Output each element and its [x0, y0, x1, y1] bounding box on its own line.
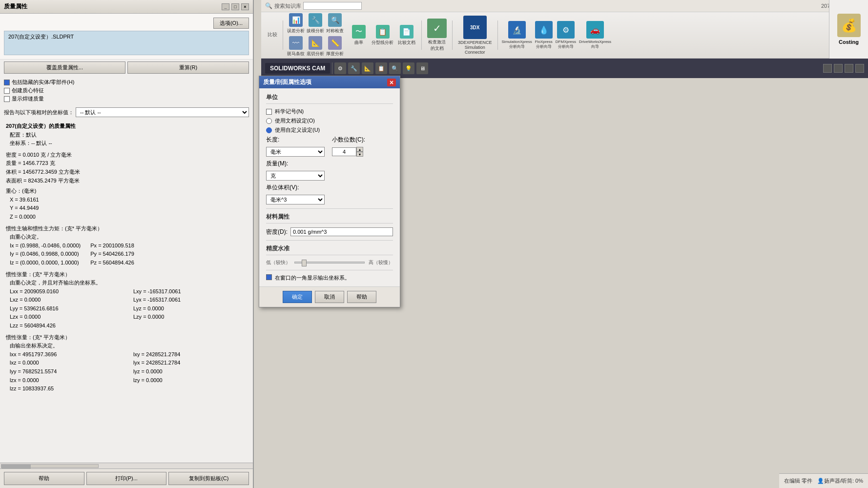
px: Px = 2001009.518 Py = 5404266.179 Pz = 5…: [90, 242, 134, 267]
dialog-close-btn[interactable]: ×: [387, 79, 396, 86]
cam-btn-1[interactable]: ⚙: [334, 62, 346, 74]
checkbox-hidden-row: 包括隐藏的实体/零部件(H): [4, 79, 249, 86]
length-select[interactable]: 毫米 米 英寸: [266, 147, 325, 157]
checkbox-weld[interactable]: [4, 96, 10, 102]
ix: Ix = (0.9988, -0.0486, 0.0000) Iy = (0.0…: [10, 242, 81, 267]
mass-content: 207(自定义设变）的质量属性 配置：默认 坐标系：-- 默认 -- 密度 = …: [0, 119, 253, 463]
content-title: 207(自定义设变）的质量属性: [6, 122, 247, 131]
precision-slider-thumb[interactable]: [302, 260, 307, 266]
cam-label: SOLIDWORKS CAM: [265, 63, 330, 74]
use-custom-row: 使用自定义设定(U): [266, 126, 393, 134]
toolbar-driveworks[interactable]: 🚗 DriveWorksXpress向导: [579, 21, 611, 49]
recalculate-btn[interactable]: 重算(R): [127, 61, 249, 74]
checkbox-feature-row: 创建质心特征: [4, 87, 249, 94]
report-dropdown[interactable]: -- 默认 --: [76, 107, 249, 117]
help-btn[interactable]: 帮助: [4, 472, 84, 485]
cam-btn-3[interactable]: 📐: [362, 62, 373, 74]
spin-down[interactable]: ▼: [356, 152, 363, 157]
tensor2-sub: 由输出坐标系决定。: [6, 342, 247, 350]
content-density: 密度 = 0.0010 克 / 立方毫米: [6, 151, 247, 160]
costing-panel[interactable]: 💰 Costing: [829, 0, 868, 59]
close-btn[interactable]: ×: [241, 3, 249, 10]
cam-view-btn-1[interactable]: [823, 64, 832, 73]
status-text: 在编辑 零件: [784, 477, 812, 485]
length-label: 长度:: [266, 136, 327, 144]
toolbar-error-analysis[interactable]: 📊 误差分析: [287, 13, 305, 34]
maximize-btn[interactable]: □: [231, 3, 239, 10]
material-section: 材料属性 密度(D):: [266, 208, 393, 236]
options-button[interactable]: 选项(O)...: [213, 18, 249, 29]
cam-btn-2[interactable]: 🔧: [348, 62, 360, 74]
decimal-spinner[interactable]: ▲ ▼: [356, 147, 363, 157]
toolbar-symmetry-check[interactable]: 🔍 对称检查: [326, 13, 344, 34]
spin-up[interactable]: ▲: [356, 147, 363, 152]
copy-btn[interactable]: 复制到剪贴板(C): [168, 472, 249, 485]
scrollbar-horizontal[interactable]: [0, 463, 253, 468]
dialog-help-btn[interactable]: 帮助: [347, 291, 376, 303]
checkbox-feature[interactable]: [4, 88, 10, 94]
minimize-btn[interactable]: _: [222, 3, 229, 10]
cam-btn-5[interactable]: 🔍: [389, 62, 401, 74]
toolbar-floxpress[interactable]: 💧 FloXpress分析向导: [535, 21, 553, 49]
precision-slider-row: 低（较快） 高（较慢）: [266, 259, 393, 266]
toolbar-draft-analysis[interactable]: 🔧 拔模分析: [307, 13, 324, 34]
cam-view-btn-4[interactable]: [855, 64, 864, 73]
toolbar-curvature[interactable]: 〜 曲率: [348, 25, 370, 46]
cam-btn-4[interactable]: 📋: [375, 62, 387, 74]
l2xy: lxy = 2428521.2784: [133, 350, 247, 359]
coord-checkbox-label: 在窗口的一角显示输出坐标系。: [275, 274, 350, 282]
cam-divider: [332, 62, 332, 74]
toolbar-thickness[interactable]: 📏 厚度分析: [326, 36, 344, 57]
status-icon: 👤: [817, 478, 824, 484]
coord-checkbox-row: 在窗口的一角显示输出坐标系。: [266, 274, 393, 282]
toolbar-check-active[interactable]: ✓ 检查激活的文档: [427, 19, 447, 52]
density-label: 密度(D):: [266, 228, 288, 236]
l2xz: lxz = 0.0000: [10, 359, 124, 367]
unit-volume-select[interactable]: 毫米^3 米^3: [266, 195, 325, 204]
action-buttons-row: 覆盖质量属性... 重算(R): [0, 60, 253, 76]
precision-section: 精度水准 低（较快） 高（较慢）: [266, 240, 393, 266]
coord-checkbox[interactable]: [266, 274, 272, 280]
toolbar-undercut[interactable]: 📐 底切分析: [307, 36, 324, 57]
checkbox-hidden[interactable]: [4, 80, 10, 85]
print-btn[interactable]: 打印(P)...: [86, 472, 167, 485]
toolbar-simxpress[interactable]: 🔬 SimulationXpress分析向导: [502, 21, 532, 49]
use-custom-label: 使用自定义设定(U): [275, 126, 320, 134]
search-input[interactable]: [303, 2, 362, 10]
lxx: Lxx = 2009059.0160: [10, 287, 124, 296]
cam-view-btn-2[interactable]: [834, 64, 843, 73]
l2yz: lyz = 0.0000: [133, 367, 247, 376]
toolbar-compare-doc[interactable]: 📄 比较文档: [395, 25, 417, 46]
mass-panel-title: 质量属性 _ □ ×: [0, 0, 253, 14]
scientific-row: 科学记号(N): [266, 108, 393, 115]
cam-btn-7[interactable]: 🖥: [416, 62, 428, 74]
dialog-cancel-btn[interactable]: 取消: [315, 291, 344, 303]
cam-toolbar: SOLIDWORKS CAM ⚙ 🔧 📐 📋 🔍 💡 🖥: [261, 59, 868, 78]
cam-btn-6[interactable]: 💡: [403, 62, 414, 74]
toolbar-dfmxpress[interactable]: ⚙ DFMXpress分析向导: [556, 21, 576, 49]
cam-view-btn-3[interactable]: [845, 64, 853, 73]
use-doc-radio[interactable]: [266, 118, 272, 124]
coord-checkbox-section: 在窗口的一角显示输出坐标系。: [266, 270, 393, 282]
mass-unit-label: 质量(M):: [266, 160, 327, 168]
decimal-group: 小数位数(C):: [332, 136, 393, 144]
density-row: 密度(D):: [266, 227, 393, 236]
toolbar-3dexperience[interactable]: 3DX 3DEXPERIENCESimulationConnector: [458, 16, 492, 55]
checkbox-weld-label: 显示焊缝质量: [12, 95, 44, 102]
toolbar-grid-1: 📊 误差分析 🔧 拔模分析 🔍 对称检查 〰 斑马条纹 📐 底切分析 📏 厚度分…: [287, 13, 344, 57]
density-input[interactable]: [290, 227, 393, 236]
toolbar-parting-line[interactable]: 📋 分型线分析: [372, 25, 393, 46]
costing-icon: 💰: [837, 14, 861, 37]
decimal-input[interactable]: [332, 147, 356, 156]
cover-properties-btn[interactable]: 覆盖质量属性...: [4, 61, 125, 74]
mass-select[interactable]: 克 千克 磅: [266, 171, 325, 181]
toolbar-zebra[interactable]: 〰 斑马条纹: [287, 36, 305, 57]
toolbar-xpress-group: 🔬 SimulationXpress分析向导 💧 FloXpress分析向导 ⚙…: [502, 21, 612, 49]
use-custom-radio[interactable]: [266, 127, 272, 133]
use-doc-label: 使用文档设定(O): [275, 117, 315, 124]
scientific-checkbox[interactable]: [266, 109, 272, 115]
dialog-ok-btn[interactable]: 确定: [283, 291, 312, 303]
toolbar-compare[interactable]: 比较: [268, 31, 277, 39]
precision-slider-track[interactable]: [294, 262, 365, 264]
precision-title: 精度水准: [266, 244, 393, 255]
